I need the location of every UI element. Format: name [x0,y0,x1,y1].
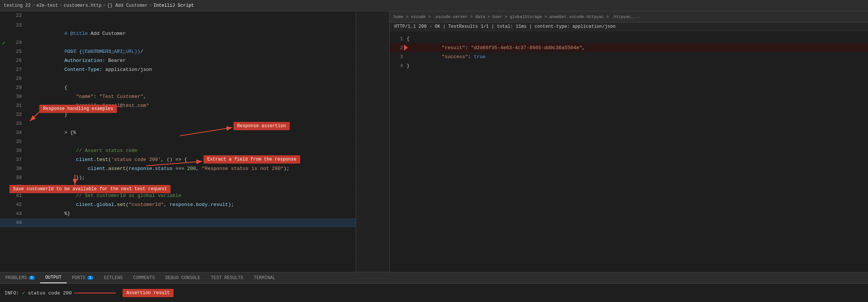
tab-terminal-label: TERMINAL [254,275,275,281]
response-line-2: 2 "result": "d2d66f35-4e63-4c37-8665-dd0… [390,43,868,52]
linenum-28: 28 [7,74,26,83]
linenum-30: 30 [7,92,26,101]
linecontent-34 [26,128,356,137]
gutter-44 [0,218,7,227]
breadcrumb-e2e[interactable]: e2e-test [36,3,58,8]
response-body[interactable]: 1 { 2 "result": "d2d66f35-4e63-4c37-8665… [390,31,868,272]
gutter-27 [0,65,7,74]
output-info-text: INFO: ✓ status code 200 [4,290,72,296]
linenum-42: 42 [7,200,26,209]
linenum-37: 37 [7,155,26,164]
linenum-25: 25 [7,47,26,56]
main-area: 22 23 # @title Add Customer send | TestR… [0,11,868,272]
code-line-23: 23 # @title Add Customer send | TestResu… [0,20,356,38]
linecontent-31: } [26,101,356,110]
linecontent-35: // Assert status code [26,137,356,146]
linenum-23: 23 [7,20,26,30]
response-breadcrumb: home > vscode > .vscode-server > data > … [390,11,868,23]
code-line-33: 33 > {% [0,119,356,128]
thumbnail-content [356,11,389,272]
breadcrumb-bar: testing 22 > e2e-test > customers.http >… [0,0,868,11]
linecontent-29: "name": "Test Customer", [26,83,356,92]
linenum-33: 33 [7,119,26,128]
tab-output[interactable]: OUTPUT [40,272,67,283]
code-line-29: 29 "name": "Test Customer", [0,83,356,92]
code-line-27: 27 [0,65,356,74]
linenum-41: 41 [7,191,26,200]
code-line-32: 32 [0,110,356,119]
editor-content[interactable]: 22 23 # @title Add Customer send | TestR… [0,11,356,272]
tab-test-results[interactable]: TEST RESULTS [206,272,248,283]
linenum-44: 44 [7,218,26,227]
linenum-36: 36 [7,146,26,155]
thumbnail-panel [356,11,390,272]
linecontent-28: { [26,74,356,83]
response-linenum-4: 4 [390,63,407,69]
code-line-43: 43 [0,209,356,218]
line2-arrow [404,45,408,51]
linecontent-25: Authorization: Bearer [26,47,356,56]
tab-gitlens-label: GITLENS [104,275,123,281]
code-line-31: 31 } [0,101,356,110]
code-line-40: 40 // Set customerId as global variable [0,182,356,191]
tab-ports[interactable]: PORTS 3 [67,272,99,283]
callout-assertion-result: Assertion result [123,289,173,297]
linenum-24: 24 [7,38,26,47]
gutter-22 [0,11,7,20]
editor-panel: 22 23 # @title Add Customer send | TestR… [0,11,356,272]
linenum-22: 22 [7,11,26,20]
response-breadcrumb-text: home > vscode > .vscode-server > data > … [394,15,641,19]
linenum-26: 26 [7,56,26,65]
code-line-30: 30 "email": "email@test.com" [0,92,356,101]
linecontent-24: POST {{CUSTOMERS_API_URL}}/ [26,38,356,47]
code-lines: 22 23 # @title Add Customer send | TestR… [0,11,356,227]
tab-gitlens[interactable]: GITLENS [99,272,128,283]
linenum-40: 40 [7,182,26,191]
bottom-content: INFO: ✓ status code 200 Assertion result [0,284,868,302]
linecontent-33: > {% [26,119,356,128]
tab-debug-console[interactable]: DEBUG CONSOLE [160,272,206,283]
linecontent-42: %} [26,200,356,209]
linenum-27: 27 [7,65,26,74]
gutter-32 [0,110,7,119]
tab-comments[interactable]: COMMENTS [128,272,160,283]
gutter-29 [0,83,7,92]
tab-problems[interactable]: PROBLEMS 9 [0,272,40,283]
gutter-34 [0,128,7,137]
response-linenum-3: 3 [390,54,407,60]
gutter-33 [0,119,7,128]
linenum-38: 38 [7,164,26,173]
gutter-26 [0,56,7,65]
breadcrumb-file[interactable]: customers.http [64,3,102,8]
breadcrumb-request[interactable]: {} Add Customer [107,3,148,8]
linecontent-36: client.test('status code 200', () => { [26,146,356,155]
linecontent-32 [26,110,356,119]
code-line-37: 37 client.assert(response.status === 200… [0,155,356,164]
breadcrumb-script[interactable]: IntelliJ Script [153,3,194,8]
breadcrumb-testing[interactable]: testing 22 [4,3,31,8]
gutter-24: ✓ [0,38,7,47]
gutter-40 [0,182,7,191]
gutter-31 [0,101,7,110]
linecontent-40: // Set customerId as global variable [26,182,356,191]
code-line-41: 41 client.global.set("customerId", respo… [0,191,356,200]
linecontent-37: client.assert(response.status === 200, "… [26,155,356,164]
code-line-34: 34 [0,128,356,137]
gutter-39 [0,173,7,182]
code-line-26: 26 Content-Type: application/json [0,56,356,65]
tab-output-label: OUTPUT [45,275,61,280]
gutter-37 [0,155,7,164]
code-line-42: 42 %} [0,200,356,209]
tab-terminal[interactable]: TERMINAL [248,272,281,283]
response-linenum-1: 1 [390,36,407,42]
linenum-31: 31 [7,101,26,110]
code-line-44: 44 [0,218,356,227]
code-line-22: 22 [0,11,356,20]
gutter-43 [0,209,7,218]
gutter-42 [0,200,7,209]
tab-ports-badge: 3 [87,276,93,280]
bottom-tabs: PROBLEMS 9 OUTPUT PORTS 3 GITLENS COMMEN… [0,272,868,284]
linenum-35: 35 [7,137,26,146]
check-icon-24: ✓ [2,40,5,46]
output-arrow-svg [75,289,120,297]
